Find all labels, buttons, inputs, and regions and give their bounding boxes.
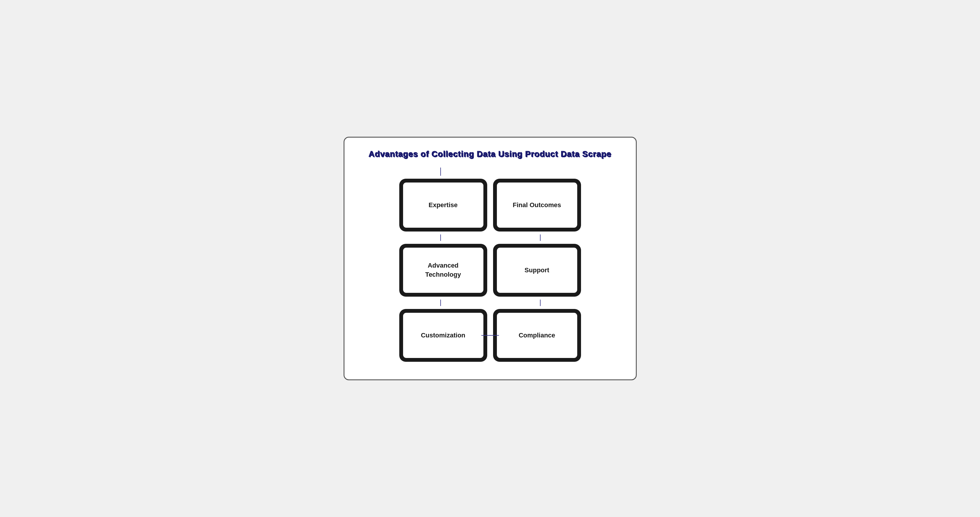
top-connector xyxy=(364,168,616,176)
horizontal-connector xyxy=(481,335,499,336)
top-vertical-line xyxy=(440,168,441,176)
page-title: Advantages of Collecting Data Using Prod… xyxy=(359,149,621,159)
compliance-box-outer: Compliance xyxy=(493,309,581,362)
support-box-inner: Support xyxy=(496,247,578,294)
expertise-box-inner: Expertise xyxy=(402,182,484,228)
expertise-box-outer: Expertise xyxy=(399,179,487,231)
advanced-technology-box-inner: AdvancedTechnology xyxy=(402,247,484,294)
compliance-label: Compliance xyxy=(519,331,555,340)
final-outcomes-box-outer: Final Outcomes xyxy=(493,179,581,231)
customization-box-inner: Customization xyxy=(402,312,484,359)
main-container: Advantages of Collecting Data Using Prod… xyxy=(344,137,637,380)
expertise-label: Expertise xyxy=(429,201,458,210)
advanced-technology-box-outer: AdvancedTechnology xyxy=(399,244,487,297)
diagram-grid: Expertise Final Outcomes Advanc xyxy=(364,168,616,365)
final-outcomes-label: Final Outcomes xyxy=(513,201,561,210)
vertical-line-right-1-2 xyxy=(540,235,541,241)
support-box-outer: Support xyxy=(493,244,581,297)
grid-row-1: Expertise Final Outcomes xyxy=(364,176,616,235)
vertical-line-left-2-3 xyxy=(440,300,441,306)
grid-row-3: Customization Compliance xyxy=(364,306,616,365)
connector-rows-1-2 xyxy=(364,235,616,241)
vertical-line-left-1-2 xyxy=(440,235,441,241)
diagram-area: Expertise Final Outcomes Advanc xyxy=(359,168,621,365)
vertical-line-right-2-3 xyxy=(540,300,541,306)
customization-label: Customization xyxy=(421,331,466,340)
grid-row-2: AdvancedTechnology Support xyxy=(364,241,616,300)
connector-rows-2-3 xyxy=(364,300,616,306)
final-outcomes-box-inner: Final Outcomes xyxy=(496,182,578,228)
advanced-technology-label: AdvancedTechnology xyxy=(425,261,461,279)
support-label: Support xyxy=(525,266,549,275)
compliance-box-inner: Compliance xyxy=(496,312,578,359)
customization-box-outer: Customization xyxy=(399,309,487,362)
